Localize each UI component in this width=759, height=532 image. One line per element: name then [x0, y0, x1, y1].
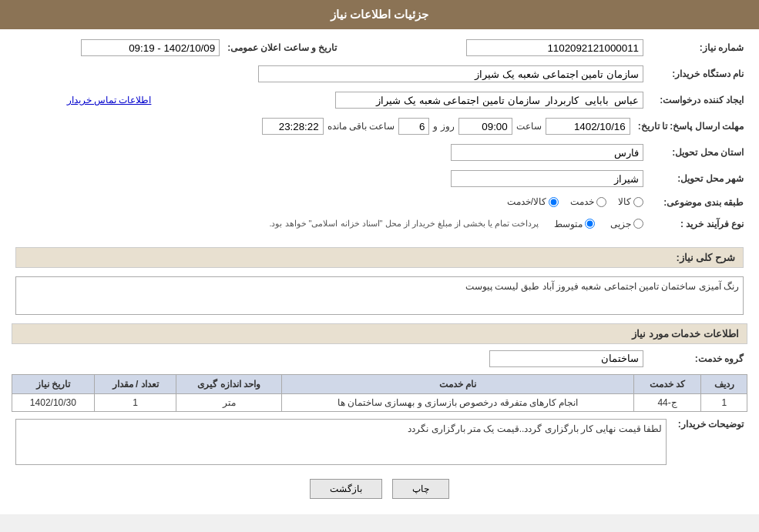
description-section: شرح کلی نیاز: رنگ آمیزی ساختمان تامین اج…: [12, 236, 747, 317]
col-code-header: کد خدمت: [633, 374, 701, 393]
deadline-remaining-label: ساعت باقی مانده: [327, 121, 395, 132]
buyer-org-input[interactable]: [258, 65, 643, 82]
description-text: رنگ آمیزی ساختمان تامین اجتماعی شعبه فیر…: [465, 281, 739, 292]
purchase-note: پرداخت تمام یا بخشی از مبلغ خریدار از مح…: [269, 219, 539, 229]
deadline-date-input[interactable]: [546, 118, 630, 135]
deadline-remaining-input[interactable]: [262, 118, 324, 135]
deadline-time-input[interactable]: [458, 118, 512, 135]
print-button[interactable]: چاپ: [392, 479, 449, 499]
category-kala-option[interactable]: کالا: [618, 196, 643, 207]
category-label: طبقه بندی موضوعی:: [647, 194, 747, 212]
need-number-row: شماره نیاز: تاریخ و ساعت اعلان عمومی:: [12, 37, 747, 59]
creator-label: ایجاد کننده درخواست:: [647, 89, 747, 111]
purchase-jozei-radio[interactable]: [633, 219, 643, 229]
col-name-header: نام خدمت: [282, 374, 634, 393]
city-row: شهر محل تحویل:: [12, 168, 747, 189]
creator-input[interactable]: [335, 92, 643, 109]
description-section-title: شرح کلی نیاز:: [15, 247, 744, 268]
buttons-row: چاپ بازگشت: [12, 479, 747, 499]
category-kala-khadamat-label: کالا/خدمت: [507, 196, 546, 207]
service-group-input[interactable]: [489, 350, 643, 367]
cell-date: 1402/10/30: [12, 393, 95, 411]
deadline-fields: ساعت روز و ساعت باقی مانده: [15, 118, 630, 135]
announce-date-label: تاریخ و ساعت اعلان عمومی:: [223, 37, 341, 59]
purchase-type-fields: جزیی متوسط پرداخت تمام یا بخشی از مبلغ خ…: [15, 219, 643, 229]
service-group-label: گروه خدمت:: [647, 348, 747, 370]
category-radio-group: کالا خدمت کالا/خدمت: [507, 196, 643, 207]
buyer-notes-label: توضیحات خریدار:: [678, 419, 744, 430]
category-row: طبقه بندی موضوعی: کالا خدمت: [12, 194, 747, 212]
service-group-row: گروه خدمت:: [12, 348, 747, 370]
province-label: استان محل تحویل:: [647, 142, 747, 163]
cell-row: 1: [701, 393, 747, 411]
buyer-notes-text: لطفا قیمت نهایی کار بارگزاری گردد..قیمت …: [408, 423, 662, 434]
cell-unit: متر: [176, 393, 282, 411]
purchase-motavaset-radio[interactable]: [585, 219, 595, 229]
deadline-time-label: ساعت: [516, 121, 542, 132]
city-input[interactable]: [451, 170, 643, 187]
col-row-header: ردیف: [701, 374, 747, 393]
services-table: ردیف کد خدمت نام خدمت واحد اندازه گیری ت…: [12, 374, 747, 412]
creator-row: ایجاد کننده درخواست: اطلاعات تماس خریدار: [12, 89, 747, 111]
need-number-input[interactable]: [466, 39, 643, 56]
category-khadamat-label: خدمت: [570, 196, 594, 207]
page-header: جزئیات اطلاعات نیاز: [0, 0, 759, 29]
purchase-jozei-label: جزیی: [610, 219, 631, 229]
purchase-type-label: نوع فرآیند خرید :: [647, 216, 747, 232]
services-section-title: اطلاعات خدمات مورد نیاز: [12, 323, 747, 344]
cell-name: انجام کارهای متفرقه درخصوص بازسازی و بهس…: [282, 393, 634, 411]
deadline-label: مهلت ارسال پاسخ: تا تاریخ:: [634, 115, 747, 137]
header-title: جزئیات اطلاعات نیاز: [331, 8, 428, 21]
purchase-motavaset-option[interactable]: متوسط: [554, 219, 595, 229]
category-khadamat-radio[interactable]: [596, 197, 606, 207]
page-container: جزئیات اطلاعات نیاز شماره نیاز: تاریخ و …: [0, 0, 759, 514]
buyer-org-row: نام دستگاه خریدار:: [12, 63, 747, 85]
main-content: شماره نیاز: تاریخ و ساعت اعلان عمومی: نا…: [0, 29, 759, 514]
category-kala-khadamat-radio[interactable]: [549, 197, 559, 207]
need-number-label: شماره نیاز:: [647, 37, 747, 59]
deadline-row: مهلت ارسال پاسخ: تا تاریخ: ساعت روز و سا…: [12, 115, 747, 137]
province-input[interactable]: [451, 144, 643, 161]
purchase-motavaset-label: متوسط: [554, 219, 583, 229]
city-label: شهر محل تحویل:: [647, 168, 747, 189]
buyer-org-label: نام دستگاه خریدار:: [647, 63, 747, 85]
contact-link[interactable]: اطلاعات تماس خریدار: [67, 95, 152, 105]
buyer-notes-box: لطفا قیمت نهایی کار بارگزاری گردد..قیمت …: [15, 419, 667, 465]
services-section-label: اطلاعات خدمات مورد نیاز: [632, 328, 739, 340]
province-row: استان محل تحویل:: [12, 142, 747, 163]
col-qty-header: تعداد / مقدار: [94, 374, 176, 393]
description-label: شرح کلی نیاز:: [676, 252, 735, 263]
category-khadamat-option[interactable]: خدمت: [570, 196, 606, 207]
announce-date-input[interactable]: [81, 39, 220, 56]
buyer-notes-section: توضیحات خریدار: لطفا قیمت نهایی کار بارگ…: [12, 417, 747, 467]
category-kala-label: کالا: [618, 196, 631, 207]
purchase-jozei-option[interactable]: جزیی: [610, 219, 643, 229]
deadline-days-input[interactable]: [398, 118, 429, 135]
col-date-header: تاریخ نیاز: [12, 374, 95, 393]
back-button[interactable]: بازگشت: [310, 479, 382, 499]
category-kala-khadamat-option[interactable]: کالا/خدمت: [507, 196, 559, 207]
description-box: رنگ آمیزی ساختمان تامین اجتماعی شعبه فیر…: [15, 276, 744, 315]
deadline-day-label: روز و: [433, 121, 454, 132]
purchase-type-row: نوع فرآیند خرید : جزیی متوسط پرداخت تمام…: [12, 216, 747, 232]
cell-qty: 1: [94, 393, 176, 411]
table-row: 1ج-44انجام کارهای متفرقه درخصوص بازسازی …: [12, 393, 747, 411]
cell-code: ج-44: [633, 393, 701, 411]
col-unit-header: واحد اندازه گیری: [176, 374, 282, 393]
category-kala-radio[interactable]: [633, 197, 643, 207]
